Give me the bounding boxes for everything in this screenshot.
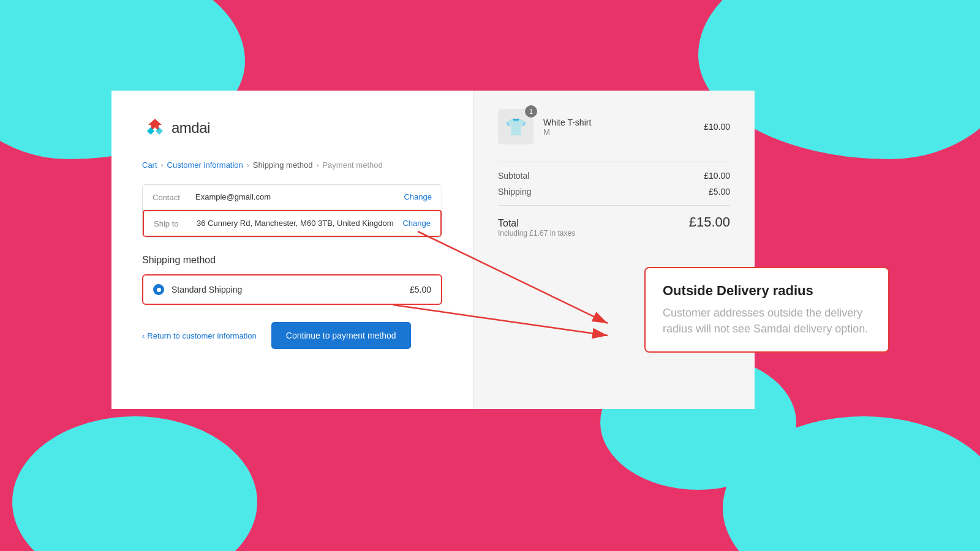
breadcrumb-customer-info[interactable]: Customer information: [167, 160, 243, 170]
contact-label: Contact: [153, 192, 195, 202]
product-price: £10.00: [704, 122, 730, 132]
shipping-option-price: £5.00: [410, 285, 431, 294]
ship-to-change-link[interactable]: Change: [402, 219, 431, 228]
radio-button-selected: [153, 284, 164, 295]
right-panel: 👕 1 White T-shirt M £10.00 Subtotal £10.…: [473, 91, 755, 409]
ship-to-label: Ship to: [154, 219, 197, 228]
back-link-label: Return to customer information: [147, 331, 256, 340]
subtotal-value: £10.00: [704, 171, 730, 181]
shipping-option-name: Standard Shipping: [172, 285, 410, 294]
divider-1: [498, 162, 730, 162]
breadcrumb-sep-2: ›: [247, 161, 249, 170]
product-quantity-badge: 1: [525, 105, 537, 118]
total-tax-note: Including £1.67 in taxes: [498, 229, 575, 238]
outside-delivery-tooltip: Outside Delivery radius Customer address…: [644, 267, 889, 353]
total-left: Total Including £1.67 in taxes: [498, 218, 575, 238]
total-price: £15.00: [689, 214, 730, 230]
breadcrumb-cart[interactable]: Cart: [142, 160, 157, 170]
back-to-customer-link[interactable]: ‹ Return to customer information: [142, 331, 257, 340]
ship-to-row: Ship to 36 Cunnery Rd, Manchester, M60 3…: [143, 210, 442, 237]
shipping-label: Shipping: [498, 187, 532, 197]
product-image-wrap: 👕 1: [498, 109, 533, 144]
contact-value: Example@gmail.com: [195, 192, 399, 201]
breadcrumb-sep-3: ›: [316, 161, 318, 170]
tooltip-title: Outside Delivery radius: [663, 283, 871, 299]
total-label: Total: [498, 218, 575, 229]
contact-row: Contact Example@gmail.com Change: [143, 185, 442, 210]
subtotal-row: Subtotal £10.00: [498, 171, 730, 181]
breadcrumb: Cart › Customer information › Shipping m…: [142, 160, 442, 170]
blob-bl: [12, 416, 257, 551]
checkout-card: amdai Cart › Customer information › Ship…: [111, 91, 755, 409]
breadcrumb-sep-1: ›: [161, 161, 164, 170]
logo-area: amdai: [142, 115, 442, 141]
actions-row: ‹ Return to customer information Continu…: [142, 322, 442, 349]
back-chevron-icon: ‹: [142, 331, 145, 340]
samdai-logo-icon: [142, 115, 168, 141]
breadcrumb-payment: Payment method: [322, 160, 382, 170]
subtotal-label: Subtotal: [498, 171, 529, 181]
shipping-value: £5.00: [709, 187, 730, 197]
tooltip-body: Customer addresses outside the delivery …: [663, 305, 871, 337]
product-row: 👕 1 White T-shirt M £10.00: [498, 109, 730, 144]
info-table: Contact Example@gmail.com Change Ship to…: [142, 184, 442, 238]
shipping-method-title: Shipping method: [142, 255, 442, 266]
divider-2: [498, 205, 730, 206]
breadcrumb-shipping: Shipping method: [253, 160, 313, 170]
continue-to-payment-button[interactable]: Continue to payment method: [271, 322, 411, 349]
product-name: White T-shirt: [543, 118, 704, 127]
standard-shipping-option[interactable]: Standard Shipping £5.00: [142, 274, 442, 305]
shipping-row: Shipping £5.00: [498, 187, 730, 197]
product-info: White T-shirt M: [543, 118, 704, 137]
product-variant: M: [543, 127, 704, 137]
logo-text: amdai: [172, 119, 210, 137]
radio-dot-inner: [157, 288, 161, 292]
total-row: Total Including £1.67 in taxes £15.00: [498, 214, 730, 238]
left-panel: amdai Cart › Customer information › Ship…: [111, 91, 473, 409]
contact-change-link[interactable]: Change: [404, 192, 432, 201]
ship-to-value: 36 Cunnery Rd, Manchester, M60 3TB, Unit…: [197, 219, 398, 228]
